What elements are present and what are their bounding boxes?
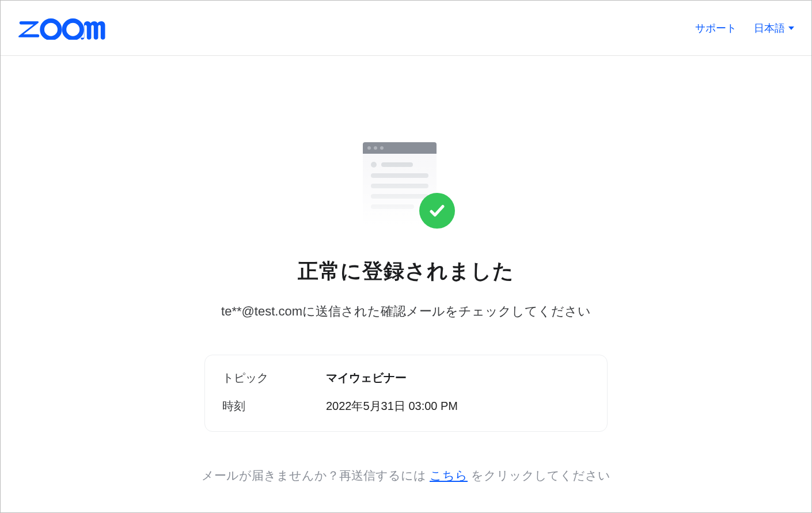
support-link-label: サポート [695,21,737,35]
chevron-down-icon [788,26,794,30]
webinar-info-card: トピック マイウェビナー 時刻 2022年5月31日 03:00 PM [204,355,608,432]
svg-point-1 [64,20,82,38]
resend-link[interactable]: こちら [430,469,468,482]
header-nav: サポート 日本語 [695,21,794,35]
resend-prefix: メールが届きませんか？再送信するには [202,469,430,482]
resend-text: メールが届きませんか？再送信するには こちら をクリックしてください [202,468,610,484]
time-value: 2022年5月31日 03:00 PM [326,398,458,414]
language-selector[interactable]: 日本語 [754,21,794,35]
svg-point-0 [42,20,60,38]
success-illustration [357,142,455,234]
main-content: 正常に登録されました te**@test.comに送信された確認メールをチェック… [1,56,811,484]
time-label: 時刻 [222,398,326,414]
page-subtitle: te**@test.comに送信された確認メールをチェックしてください [221,303,591,320]
support-link[interactable]: サポート [695,21,737,35]
page-title: 正常に登録されました [298,257,514,286]
zoom-logo [18,17,119,40]
topic-label: トピック [222,370,326,386]
resend-suffix: をクリックしてください [471,469,610,482]
header: サポート 日本語 [1,1,811,56]
info-row-time: 時刻 2022年5月31日 03:00 PM [222,398,590,414]
topic-value: マイウェビナー [326,370,407,386]
info-row-topic: トピック マイウェビナー [222,370,590,386]
checkmark-icon [419,193,455,229]
language-selector-label: 日本語 [754,21,785,35]
